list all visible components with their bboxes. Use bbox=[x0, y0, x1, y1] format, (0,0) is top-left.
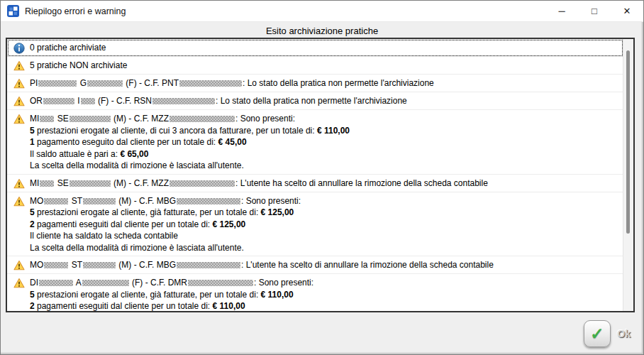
warning-icon bbox=[13, 60, 25, 72]
redacted-text bbox=[177, 262, 240, 268]
scrollbar-thumb[interactable] bbox=[626, 50, 630, 234]
redacted-text bbox=[70, 116, 111, 122]
dialog-window: Riepilogo errori e warning ─ □ ✕ Esito a… bbox=[0, 0, 644, 355]
list-item-text: OR I (F) - C.F. RSN: Lo stato della prat… bbox=[30, 95, 407, 107]
info-icon bbox=[13, 43, 25, 54]
warning-icon bbox=[13, 178, 25, 190]
warning-icon bbox=[13, 78, 25, 89]
app-icon bbox=[7, 5, 19, 17]
list-item-text: MI SE (M) - C.F. MZZ: L'utente ha scelto… bbox=[30, 178, 488, 190]
redacted-text bbox=[40, 180, 54, 187]
redacted-text bbox=[83, 198, 116, 204]
redacted-text bbox=[39, 280, 73, 286]
redacted-text bbox=[170, 116, 235, 122]
redacted-text bbox=[81, 98, 95, 104]
redacted-text bbox=[152, 98, 215, 104]
check-icon: ✓ bbox=[590, 326, 604, 342]
list-item[interactable]: PI G (F) - C.F. PNT: Lo stato della prat… bbox=[7, 75, 623, 92]
redacted-text bbox=[170, 180, 235, 187]
redacted-text bbox=[43, 98, 74, 104]
redacted-text bbox=[179, 80, 242, 87]
close-button[interactable]: ✕ bbox=[611, 1, 643, 21]
redacted-text bbox=[83, 262, 116, 268]
redacted-text bbox=[82, 280, 129, 286]
warning-icon bbox=[13, 96, 25, 107]
list-item-text: 0 pratiche archiviate bbox=[30, 42, 106, 54]
list-item-text: MI SE (M) - C.F. MZZ: Sono presenti:5 pr… bbox=[30, 113, 350, 172]
list-item-text: DI A (F) - C.F. DMR: Sono presenti:5 pre… bbox=[30, 277, 313, 311]
list-item[interactable]: DI A (F) - C.F. DMR: Sono presenti:5 pre… bbox=[7, 274, 623, 311]
page-title: Esito archiviazione pratiche bbox=[1, 22, 643, 39]
minimize-button[interactable]: ─ bbox=[545, 1, 578, 21]
list-item[interactable]: MO ST (M) - C.F. MBG: L'utente ha scelto… bbox=[7, 256, 623, 274]
warning-icon bbox=[13, 260, 25, 271]
warning-icon bbox=[13, 196, 25, 207]
list-item[interactable]: 0 pratiche archiviate bbox=[7, 39, 623, 57]
list-item-text: MO ST (M) - C.F. MBG: L'utente ha scelto… bbox=[30, 259, 494, 271]
list-item-text: MO ST (M) - C.F. MBG: Sono presenti:5 pr… bbox=[30, 195, 301, 254]
list-item[interactable]: MO ST (M) - C.F. MBG: Sono presenti:5 pr… bbox=[7, 192, 623, 257]
list-item[interactable]: MI SE (M) - C.F. MZZ: Sono presenti:5 pr… bbox=[7, 110, 623, 175]
redacted-text bbox=[188, 280, 253, 286]
redacted-text bbox=[87, 80, 123, 87]
redacted-text bbox=[44, 198, 68, 204]
ok-button[interactable]: ✓ bbox=[584, 320, 611, 347]
window-title: Riepilogo errori e warning bbox=[25, 6, 126, 16]
window-controls: ─ □ ✕ bbox=[545, 1, 643, 21]
list-item[interactable]: 5 pratiche NON archiviate bbox=[7, 57, 623, 75]
list-rows: 0 pratiche archiviate5 pratiche NON arch… bbox=[7, 39, 623, 311]
list-item[interactable]: MI SE (M) - C.F. MZZ: L'utente ha scelto… bbox=[7, 175, 623, 192]
ok-button-label: Ok bbox=[617, 328, 631, 339]
titlebar: Riepilogo errori e warning ─ □ ✕ bbox=[1, 1, 643, 22]
list-item-text: PI G (F) - C.F. PNT: Lo stato della prat… bbox=[30, 77, 434, 89]
warning-icon bbox=[13, 278, 25, 289]
redacted-text bbox=[177, 198, 240, 204]
list-item-text: 5 pratiche NON archiviate bbox=[30, 60, 127, 72]
redacted-text bbox=[70, 180, 111, 187]
redacted-text bbox=[44, 262, 68, 268]
scrollbar-track[interactable] bbox=[623, 39, 633, 311]
redacted-text bbox=[38, 80, 77, 87]
redacted-text bbox=[40, 116, 54, 122]
list-item[interactable]: OR I (F) - C.F. RSN: Lo stato della prat… bbox=[7, 92, 623, 110]
result-list: 0 pratiche archiviate5 pratiche NON arch… bbox=[6, 38, 635, 312]
maximize-button[interactable]: □ bbox=[578, 1, 611, 21]
warning-icon bbox=[13, 114, 25, 125]
